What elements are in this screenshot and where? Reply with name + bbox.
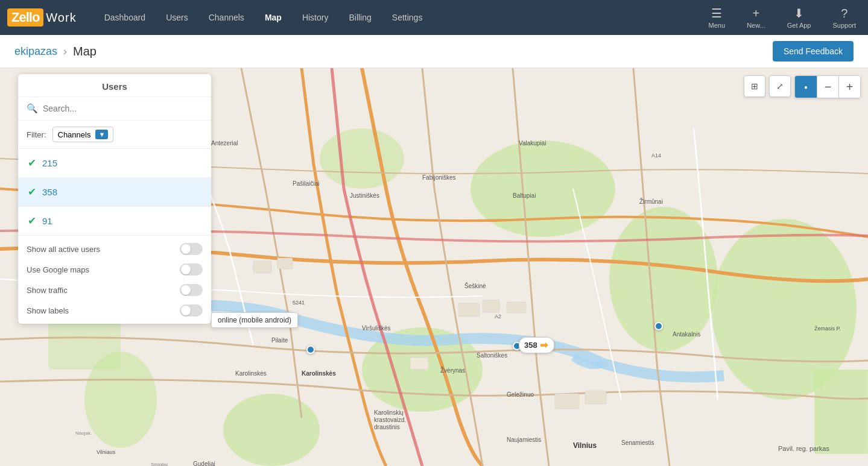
logo-work: Work: [46, 11, 76, 25]
svg-text:Žemasis P.: Žemasis P.: [814, 326, 841, 332]
user-name-358: 358: [42, 187, 57, 197]
toggle-row-traffic: Show traffic: [27, 284, 203, 296]
question-icon: ?: [841, 7, 847, 20]
nav-map[interactable]: Map: [255, 8, 291, 27]
map-zoom-group: ● − +: [794, 75, 861, 98]
map-marker-user1[interactable]: [306, 345, 315, 354]
toggle-active-users[interactable]: [180, 243, 203, 255]
logo[interactable]: Zello Work: [7, 8, 77, 27]
nav-actions: ☰ Menu + New... ⬇ Get App ? Support: [704, 4, 861, 31]
menu-action[interactable]: ☰ Menu: [704, 4, 730, 31]
logo-zello: Zello: [7, 8, 43, 27]
svg-text:5241: 5241: [293, 300, 305, 306]
nav-users[interactable]: Users: [156, 8, 198, 27]
toggle-label-labels: Show labels: [27, 306, 69, 315]
breadcrumb-current: Map: [73, 45, 97, 58]
map-marker-358[interactable]: 358 ➡: [513, 342, 521, 350]
svg-text:Justiniškės: Justiniškės: [350, 192, 379, 199]
svg-rect-13: [483, 300, 499, 312]
svg-point-2: [609, 207, 718, 351]
svg-text:Vilnius: Vilnius: [573, 441, 597, 450]
toggle-label-active-users: Show all active users: [27, 245, 100, 254]
map-marker-user2[interactable]: [654, 322, 663, 330]
send-feedback-button[interactable]: Send Feedback: [773, 41, 854, 61]
support-action[interactable]: ? Support: [828, 4, 861, 31]
map-fullscreen-button[interactable]: ⤢: [769, 75, 791, 97]
user-item-91[interactable]: ✔ 91: [18, 207, 211, 235]
filter-select[interactable]: Channels ▼: [52, 127, 114, 142]
svg-text:Senamiestis: Senamiestis: [621, 439, 654, 446]
map-controls: ⊞ ⤢ ● − +: [744, 75, 861, 98]
breadcrumb-bar: ekipazas › Map Send Feedback: [0, 35, 868, 68]
svg-point-8: [320, 128, 404, 189]
user-check-91: ✔: [28, 215, 36, 227]
nav-settings[interactable]: Settings: [382, 8, 432, 27]
svg-text:Pavil. reg. parkas: Pavil. reg. parkas: [778, 445, 829, 452]
toggle-section: Show all active users Use Google maps Sh…: [18, 236, 211, 324]
toggle-row-google-maps: Use Google maps: [27, 263, 203, 276]
svg-text:Pašilaičiai: Pašilaičiai: [293, 180, 319, 187]
svg-text:Baltupiai: Baltupiai: [513, 192, 536, 199]
nav-dashboard[interactable]: Dashboard: [95, 8, 156, 27]
nav-history[interactable]: History: [293, 8, 338, 27]
side-panel: Users 🔍 Filter: Channels ▼ ✔ 215 ✔ 358 ✔: [18, 74, 211, 324]
new-action[interactable]: + New...: [742, 4, 770, 31]
svg-text:Geležinuo: Geležinuo: [507, 391, 534, 398]
download-icon: ⬇: [794, 6, 804, 20]
search-row: 🔍: [18, 97, 211, 121]
tooltip-text: online (mobile android): [218, 316, 291, 324]
svg-rect-17: [410, 357, 428, 370]
search-input[interactable]: [43, 104, 203, 113]
get-app-action[interactable]: ⬇ Get App: [782, 4, 816, 31]
toggle-row-labels: Show labels: [27, 304, 203, 316]
svg-text:Gudeliai: Gudeliai: [193, 461, 215, 466]
svg-text:Smigliai: Smigliai: [151, 462, 168, 466]
svg-rect-11: [277, 258, 293, 269]
nav-billing[interactable]: Billing: [339, 8, 381, 27]
svg-text:Vilniaus: Vilniaus: [97, 449, 116, 455]
filter-row: Filter: Channels ▼: [18, 121, 211, 149]
svg-text:Valakupiai: Valakupiai: [519, 140, 546, 146]
toggle-row-active-users: Show all active users: [27, 243, 203, 255]
toggle-traffic[interactable]: [180, 284, 203, 296]
menu-icon: ☰: [711, 6, 722, 20]
filter-label: Filter:: [27, 130, 46, 139]
user-item-215[interactable]: ✔ 215: [18, 149, 211, 178]
svg-rect-7: [48, 321, 121, 370]
breadcrumb-parent[interactable]: ekipazas: [14, 45, 57, 58]
marker-text-358: 358: [524, 341, 537, 350]
plus-icon: +: [753, 7, 760, 20]
marker-label-358: 358 ➡: [519, 337, 554, 353]
search-icon: 🔍: [27, 103, 38, 114]
nav-links: Dashboard Users Channels Map History Bil…: [95, 8, 704, 27]
map-zoom-in-button[interactable]: +: [838, 76, 860, 98]
user-item-358[interactable]: ✔ 358: [18, 178, 211, 207]
marker-arrow-358: ➡: [540, 339, 548, 351]
toggle-labels[interactable]: [180, 304, 203, 316]
nav-channels[interactable]: Channels: [199, 8, 254, 27]
filter-dropdown-arrow: ▼: [95, 130, 108, 139]
svg-rect-10: [253, 261, 271, 273]
svg-text:Karolinskės: Karolinskės: [235, 370, 267, 377]
svg-text:Viršuliškės: Viršuliškės: [362, 325, 391, 332]
svg-text:Naujak.: Naujak.: [75, 430, 92, 436]
svg-text:A2: A2: [495, 313, 501, 320]
toggle-label-google-maps: Use Google maps: [27, 265, 89, 274]
support-label: Support: [832, 22, 856, 29]
map-container[interactable]: A14 A2 5241 Balandiškes Antezerial Valak…: [0, 68, 868, 466]
svg-text:Žirmūnai: Žirmūnai: [639, 198, 663, 205]
user-list: ✔ 215 ✔ 358 ✔ 91: [18, 149, 211, 236]
user-check-358: ✔: [28, 186, 36, 198]
svg-text:Pilaite: Pilaite: [271, 337, 288, 344]
user-name-91: 91: [42, 216, 52, 226]
map-grid-view-button[interactable]: ⊞: [744, 75, 765, 97]
get-app-label: Get App: [787, 22, 811, 29]
toggle-google-maps[interactable]: [180, 263, 203, 276]
svg-text:Fabijoniškes: Fabijoniškes: [422, 174, 456, 181]
panel-title: Users: [18, 74, 211, 97]
map-zoom-out-button[interactable]: −: [817, 76, 838, 98]
menu-label: Menu: [709, 22, 726, 29]
map-tooltip: online (mobile android): [211, 312, 298, 328]
map-dot-button[interactable]: ●: [795, 76, 817, 98]
svg-point-5: [223, 394, 320, 466]
